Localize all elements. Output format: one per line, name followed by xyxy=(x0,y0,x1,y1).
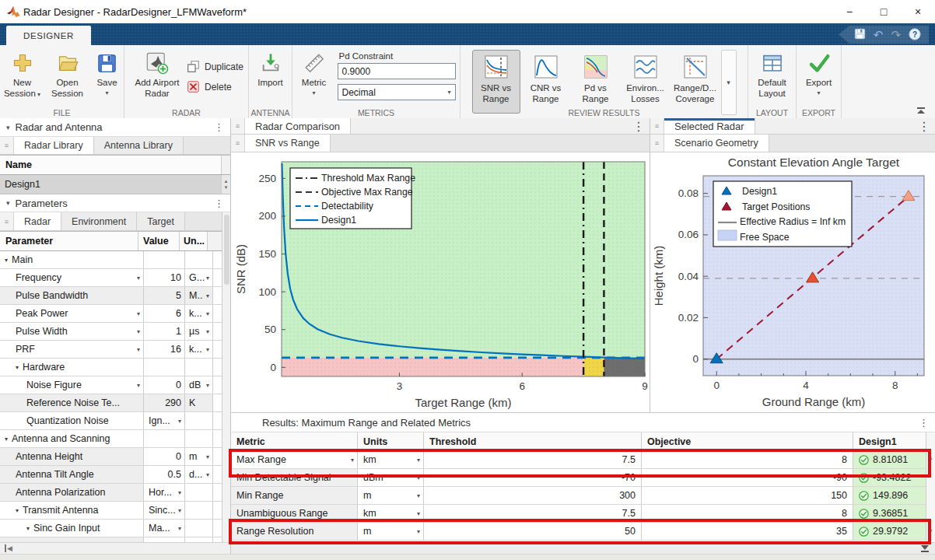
dropdown-caret-icon[interactable]: ▾ xyxy=(206,292,209,299)
close-button[interactable]: × xyxy=(901,1,935,23)
tab-environment[interactable]: Environment xyxy=(61,212,137,230)
results-scrollbar[interactable]: ▴▾ xyxy=(926,432,935,541)
maximize-button[interactable]: □ xyxy=(867,1,901,23)
parameter-value-cell[interactable]: Sinc...▾ xyxy=(144,502,185,519)
dropdown-caret-icon[interactable]: ▾ xyxy=(178,525,181,532)
parameter-unit-cell[interactable]: K xyxy=(185,394,213,411)
parameter-unit-cell[interactable] xyxy=(185,484,213,501)
parameter-unit-cell[interactable] xyxy=(185,251,213,268)
parameter-value-cell[interactable]: Ign...▾ xyxy=(144,412,185,429)
snr-vs-range-chart[interactable]: 369050100150200250Target Range (km)SNR (… xyxy=(231,152,650,412)
parameter-value-cell[interactable]: 16 xyxy=(144,341,185,358)
dropdown-caret-icon[interactable]: ▾ xyxy=(206,328,209,335)
tab-radar-comparison[interactable]: Radar Comparison xyxy=(245,118,351,134)
parameter-name-cell[interactable]: Frequency▾ xyxy=(0,269,144,286)
dropdown-caret-icon[interactable]: ▾ xyxy=(417,492,420,499)
dropdown-caret-icon[interactable]: ▾ xyxy=(417,528,420,535)
minimize-button[interactable]: − xyxy=(832,1,867,23)
parameter-unit-cell[interactable]: d...▾ xyxy=(185,466,213,483)
parameter-name-cell[interactable]: Pulse Width▾ xyxy=(0,323,144,340)
results-metric-cell[interactable]: Range Resolution xyxy=(231,523,358,541)
tab-snr-vs-range[interactable]: SNR vs Range xyxy=(245,135,331,152)
tab-selected-radar[interactable]: Selected Radar xyxy=(664,118,755,134)
results-metric-cell[interactable]: Min Detectable Signal xyxy=(231,469,358,487)
drag-handle-icon[interactable]: ≡ xyxy=(231,135,245,152)
dropdown-caret-icon[interactable]: ▾ xyxy=(178,489,181,496)
results-metric-cell[interactable]: Min Range xyxy=(231,487,358,505)
parameter-name-cell[interactable]: ▾Hardware xyxy=(0,359,144,376)
duplicate-button[interactable]: Duplicate xyxy=(187,60,243,73)
parameter-unit-cell[interactable] xyxy=(185,430,213,447)
parameter-name-cell[interactable]: PRF▾ xyxy=(0,341,144,358)
radar-design-row[interactable]: Design1 ▴▾ xyxy=(0,175,230,194)
parameter-name-cell[interactable]: Antenna Polarization xyxy=(0,484,144,501)
dropdown-caret-icon[interactable]: ▾ xyxy=(206,471,209,478)
tab-antenna-library[interactable]: Antenna Library xyxy=(94,137,184,154)
dropdown-caret-icon[interactable]: ▾ xyxy=(417,457,420,464)
cnr-vs-range-button[interactable]: CNR vsRange xyxy=(522,50,570,114)
results-units-cell[interactable]: km▾ xyxy=(358,451,424,469)
panel-menu-icon[interactable]: ⋮ xyxy=(214,121,224,133)
group-collapse-icon[interactable]: ▾ xyxy=(16,364,19,371)
drag-handle-icon[interactable]: ≡ xyxy=(0,212,14,230)
group-collapse-icon[interactable]: ▾ xyxy=(16,507,19,514)
results-metric-cell[interactable]: Max Range▾ xyxy=(231,451,358,469)
dropdown-caret-icon[interactable]: ▾ xyxy=(137,346,140,353)
drag-handle-icon[interactable]: ≡ xyxy=(650,118,664,134)
parameter-name-cell[interactable]: Noise Figure▾ xyxy=(0,376,144,394)
results-threshold-cell[interactable]: 50 xyxy=(424,523,642,541)
range-doppler-coverage-button[interactable]: Range/D...Coverage xyxy=(671,50,720,114)
export-button[interactable]: Export▾ xyxy=(800,49,838,99)
open-session-button[interactable]: OpenSession xyxy=(46,49,89,99)
parameter-value-cell[interactable]: Hor...▾ xyxy=(144,484,185,501)
dropdown-caret-icon[interactable]: ▾ xyxy=(206,310,209,317)
default-layout-button[interactable]: DefaultLayout xyxy=(751,49,793,99)
parameter-value-cell[interactable]: 10 xyxy=(144,269,185,286)
dropdown-caret-icon[interactable]: ▾ xyxy=(206,453,209,460)
parameter-unit-cell[interactable]: k...▾ xyxy=(185,341,213,358)
dropdown-caret-icon[interactable]: ▾ xyxy=(137,310,140,317)
parameter-unit-cell[interactable] xyxy=(185,520,213,537)
panel-menu-icon[interactable]: ⋮ xyxy=(351,118,650,134)
dropdown-caret-icon[interactable]: ▾ xyxy=(417,510,420,517)
dropdown-caret-icon[interactable]: ▾ xyxy=(206,275,209,282)
environment-losses-button[interactable]: Environ...Losses xyxy=(622,50,670,114)
parameter-name-cell[interactable]: ▾Antenna and Scanning xyxy=(0,430,144,447)
dropdown-caret-icon[interactable]: ▾ xyxy=(137,328,140,335)
metric-button[interactable]: Metric▾ xyxy=(297,49,331,99)
parameter-value-cell[interactable] xyxy=(144,251,185,268)
dropdown-caret-icon[interactable]: ▾ xyxy=(206,346,209,353)
parameter-value-cell[interactable] xyxy=(144,359,185,376)
parameter-unit-cell[interactable]: G...▾ xyxy=(185,269,213,286)
parameter-name-cell[interactable]: ▾Transmit Antenna xyxy=(0,502,144,519)
tab-radar-library[interactable]: Radar Library xyxy=(14,137,94,154)
scroll-to-start-icon[interactable]: ◀ xyxy=(5,544,12,552)
tab-scenario-geometry[interactable]: Scenario Geometry xyxy=(664,135,769,152)
quick-save-icon[interactable] xyxy=(854,28,866,41)
parameter-name-cell[interactable]: Pulse Bandwidth xyxy=(0,287,144,304)
results-units-cell[interactable]: km▾ xyxy=(358,505,424,523)
parameter-name-cell[interactable]: Quantization Noise xyxy=(0,412,144,429)
results-units-cell[interactable]: dBm▾ xyxy=(358,469,424,487)
group-collapse-icon[interactable]: ▾ xyxy=(5,257,8,264)
dropdown-caret-icon[interactable]: ▾ xyxy=(417,474,420,481)
parameter-value-cell[interactable]: 0.5 xyxy=(144,466,185,483)
results-objective-cell[interactable]: 35 xyxy=(642,523,853,541)
results-objective-cell[interactable]: 8 xyxy=(642,505,853,523)
parameter-name-cell[interactable]: Reference Noise Te... xyxy=(0,394,144,411)
scenario-geometry-chart[interactable]: Constant Elevation Angle Target04800.020… xyxy=(650,152,935,412)
dropdown-caret-icon[interactable]: ▾ xyxy=(137,382,140,389)
horizontal-scrollbar[interactable]: ◀ xyxy=(0,542,230,554)
parameter-value-cell[interactable]: Ma...▾ xyxy=(144,520,185,537)
parameter-name-cell[interactable]: ▾Main xyxy=(0,251,144,268)
parameter-unit-cell[interactable]: dB▾ xyxy=(185,376,213,394)
row-spinner[interactable]: ▴▾ xyxy=(221,175,230,194)
gallery-expand-button[interactable]: ▾ xyxy=(721,50,737,115)
tab-designer[interactable]: DESIGNER xyxy=(6,26,91,45)
group-collapse-icon[interactable]: ▾ xyxy=(5,436,8,443)
dropdown-caret-icon[interactable]: ▾ xyxy=(178,507,181,514)
results-threshold-cell[interactable]: -70 xyxy=(424,469,642,487)
drag-handle-icon[interactable]: ≡ xyxy=(231,118,245,134)
parameter-value-cell[interactable] xyxy=(144,430,185,447)
parameter-value-cell[interactable]: 6 xyxy=(144,305,185,322)
